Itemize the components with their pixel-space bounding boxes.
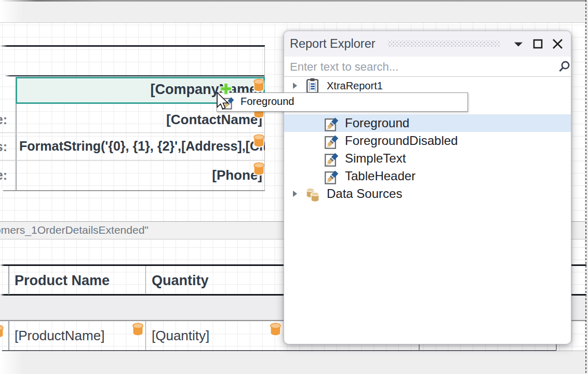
tree-item-label: Data Sources (327, 186, 402, 201)
panel-menu-button[interactable] (512, 31, 527, 57)
surface-top-edge (0, 0, 588, 2)
search-bar (284, 57, 571, 77)
style-icon (325, 133, 339, 149)
contact-name-field[interactable]: [ContactName] (17, 112, 262, 128)
database-cylinder-icon (253, 78, 265, 92)
style-icon (325, 116, 339, 131)
detail-left-border (8, 320, 9, 350)
row-separator (0, 160, 265, 161)
search-icon[interactable] (557, 60, 570, 74)
company-row-top-border (5, 75, 265, 77)
tree-item-label: ForegroundDisabled (345, 133, 458, 148)
phone-label-fragment: e: (0, 168, 7, 183)
band-strip-bottom (0, 352, 586, 374)
tree-item-foreground[interactable]: Foreground (284, 114, 571, 132)
maximize-icon (533, 39, 543, 49)
datasource-icon (0, 324, 4, 339)
datasource-icon (253, 162, 265, 176)
tree-item-label: XtraReport1 (327, 80, 383, 92)
expand-arrow-icon[interactable] (292, 82, 298, 89)
address-table-column-divider (16, 104, 17, 191)
tree-item-label: Foreground (345, 116, 409, 130)
drag-grip-texture[interactable] (388, 41, 500, 47)
data-sources-icon (305, 186, 320, 204)
left-edge-fade (0, 352, 23, 374)
detail-row-bottom-border-right (556, 351, 586, 351)
datasource-icon (270, 322, 282, 337)
search-input[interactable] (290, 60, 539, 74)
band-strip-top (0, 2, 586, 23)
report-icon (306, 78, 319, 94)
page-margin-dashed-line (585, 0, 586, 374)
database-cylinder-icon (253, 162, 265, 176)
tree-item-xtrareport1[interactable]: XtraReport1 (284, 77, 571, 95)
panel-title-bar[interactable]: Report Explorer (284, 31, 571, 57)
tree-item-simpletext[interactable]: SimpleText (284, 150, 571, 167)
database-cylinder-icon (270, 322, 282, 337)
drag-ghost-tooltip: Foreground (217, 92, 468, 112)
header-cell-quantity[interactable]: Quantity (152, 273, 209, 289)
detail-column-divider (145, 320, 146, 350)
report-explorer-panel: Report Explorer (284, 31, 571, 344)
style-icon (325, 151, 339, 167)
database-cylinder-icon (253, 133, 265, 148)
row-separator (0, 132, 265, 133)
address-label-fragment: s: (0, 139, 7, 154)
header-cell-product-name[interactable]: Product Name (15, 273, 110, 289)
datasource-icon (253, 78, 265, 92)
style-icon (325, 169, 339, 184)
tree-item-data-sources[interactable]: Data Sources (284, 185, 571, 203)
database-cylinder-icon (0, 324, 4, 339)
detail-cell-product-name[interactable]: [ProductName] (15, 328, 104, 344)
tree-item-label: TableHeader (345, 169, 416, 183)
group-band-caption-text: omers_1OrderDetailsExtended" (0, 224, 149, 236)
mouse-cursor (216, 92, 230, 112)
address-field[interactable]: FormatString('{0}, {1}, {2}',[Address],[… (19, 139, 265, 154)
datasource-icon (253, 133, 265, 148)
panel-close-button[interactable] (551, 31, 567, 57)
detail-row-bottom-border (2, 350, 556, 352)
address-table-bottom-border (3, 190, 265, 191)
database-cylinder-icon (132, 322, 144, 337)
header-left-border (8, 266, 9, 295)
detail-cell-quantity[interactable]: [Quantity] (152, 328, 209, 344)
datasource-icon (132, 322, 144, 337)
header-column-divider (145, 266, 146, 295)
tree-item-label: SimpleText (345, 151, 406, 166)
left-edge-fade (0, 2, 23, 22)
tree-item-foregrounddisabled[interactable]: ForegroundDisabled (284, 132, 571, 150)
chevron-down-icon (514, 42, 523, 47)
panel-title: Report Explorer (290, 37, 376, 51)
close-icon (552, 38, 564, 50)
tree-item-tableheader[interactable]: TableHeader (284, 167, 571, 185)
contact-label-fragment: e: (0, 112, 7, 127)
panel-maximize-button[interactable] (532, 31, 547, 57)
drag-tooltip-label: Foreground (240, 96, 294, 108)
address-table-top-border (0, 45, 265, 47)
expand-arrow-icon[interactable] (292, 190, 298, 197)
phone-field[interactable]: [Phone] (17, 167, 262, 183)
